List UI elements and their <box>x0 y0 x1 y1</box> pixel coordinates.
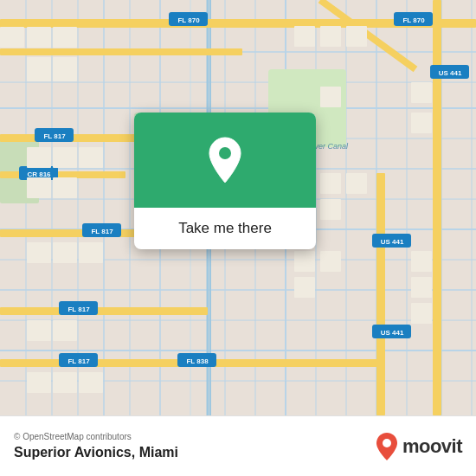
location-pin-icon <box>204 136 246 184</box>
svg-rect-104 <box>79 372 103 393</box>
svg-text:US 441: US 441 <box>439 69 462 77</box>
svg-rect-80 <box>411 113 432 133</box>
svg-rect-76 <box>320 26 341 47</box>
svg-rect-100 <box>27 320 51 341</box>
svg-rect-93 <box>53 147 77 168</box>
svg-rect-97 <box>27 242 51 263</box>
svg-rect-71 <box>27 57 51 81</box>
svg-point-105 <box>219 147 231 159</box>
svg-rect-86 <box>294 251 315 272</box>
svg-text:FL 817: FL 817 <box>68 306 90 313</box>
svg-text:FL 870: FL 870 <box>402 16 425 24</box>
svg-rect-44 <box>376 173 385 415</box>
bottom-left-content: © OpenStreetMap contributors Superior Av… <box>14 432 178 460</box>
svg-text:US 441: US 441 <box>381 238 404 246</box>
svg-text:FL 817: FL 817 <box>68 357 90 365</box>
svg-point-106 <box>383 439 391 447</box>
svg-rect-88 <box>294 277 315 298</box>
osm-attribution: © OpenStreetMap contributors <box>14 432 178 441</box>
svg-rect-79 <box>411 82 432 103</box>
svg-rect-70 <box>27 27 51 48</box>
location-title: Superior Avionics, Miami <box>14 445 178 460</box>
svg-text:US 441: US 441 <box>381 329 404 337</box>
svg-rect-74 <box>0 27 24 48</box>
svg-text:FL 817: FL 817 <box>91 228 113 235</box>
svg-rect-72 <box>53 27 77 48</box>
take-me-there-button[interactable]: Take me there <box>178 218 272 239</box>
svg-rect-90 <box>411 277 432 298</box>
svg-rect-98 <box>53 242 77 263</box>
svg-rect-87 <box>320 251 341 272</box>
popup-card-header <box>134 113 316 208</box>
bottom-bar: © OpenStreetMap contributors Superior Av… <box>0 415 476 476</box>
svg-rect-83 <box>346 173 367 194</box>
svg-rect-75 <box>294 26 315 47</box>
svg-rect-96 <box>53 177 77 198</box>
moovit-logo: moovit <box>375 432 462 461</box>
svg-rect-82 <box>320 173 341 194</box>
svg-rect-94 <box>79 147 103 168</box>
svg-rect-40 <box>0 307 208 315</box>
map-container[interactable]: FL 870 FL 870 FL 817 FL 817 FL 817 FL 81… <box>0 0 476 415</box>
svg-rect-85 <box>320 199 341 220</box>
svg-rect-42 <box>121 359 381 367</box>
moovit-text: moovit <box>402 435 462 458</box>
svg-rect-43 <box>433 0 441 415</box>
svg-rect-92 <box>27 147 51 168</box>
svg-rect-101 <box>53 320 77 341</box>
svg-rect-99 <box>79 242 103 263</box>
popup-card-body: Take me there <box>134 208 316 249</box>
svg-rect-45 <box>0 171 125 178</box>
svg-rect-78 <box>346 26 367 47</box>
svg-rect-91 <box>411 303 432 324</box>
moovit-pin-icon <box>375 432 399 461</box>
svg-text:FL 817: FL 817 <box>43 132 66 140</box>
popup-card: Take me there <box>134 113 316 249</box>
svg-rect-89 <box>411 251 432 272</box>
svg-rect-37 <box>0 48 242 55</box>
svg-rect-77 <box>320 87 341 107</box>
svg-rect-102 <box>27 372 51 393</box>
svg-rect-73 <box>53 57 77 81</box>
svg-rect-95 <box>27 177 51 198</box>
svg-rect-103 <box>53 372 77 393</box>
svg-text:CR 816: CR 816 <box>27 170 51 178</box>
svg-text:FL 870: FL 870 <box>177 16 200 24</box>
svg-text:FL 838: FL 838 <box>186 357 209 365</box>
